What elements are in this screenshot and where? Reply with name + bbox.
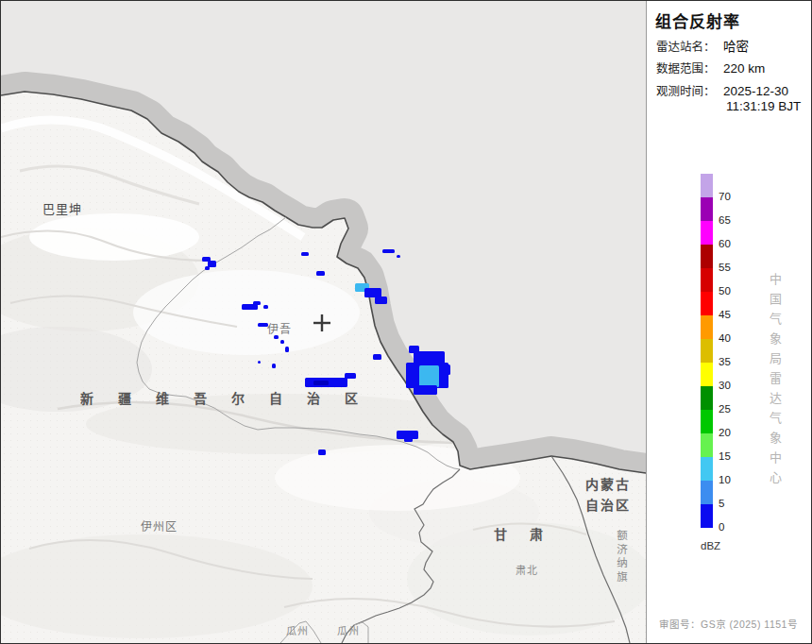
legend-tick: 65 — [719, 214, 747, 226]
echo-blob — [285, 347, 289, 352]
legend-tick: 20 — [719, 427, 747, 438]
echo-blob — [397, 255, 400, 258]
echo-blob — [345, 373, 356, 379]
legend-tick: 35 — [719, 356, 747, 367]
legend-block — [701, 197, 713, 221]
echo-blob — [313, 381, 329, 385]
legend-tick: 15 — [719, 450, 747, 462]
map-label: 伊州区 — [141, 521, 178, 534]
legend-tick: 45 — [719, 309, 747, 320]
legend-block — [701, 315, 713, 339]
map-label: 内蒙古 — [585, 478, 631, 492]
map-label: 自治区 — [585, 499, 631, 513]
map-area: 巴里坤伊吾新疆维吾尔自治区伊州区甘肃肃北内蒙古自治区额济纳旗瓜州瓜州 — [1, 1, 646, 643]
echo-blob — [382, 249, 395, 253]
echo-blob — [419, 365, 439, 387]
legend-tick: 25 — [719, 403, 747, 415]
legend-block — [701, 363, 713, 386]
radar-display-window: 巴里坤伊吾新疆维吾尔自治区伊州区甘肃肃北内蒙古自治区额济纳旗瓜州瓜州 组合反射率… — [0, 0, 812, 644]
info-panel: 组合反射率 雷达站名：哈密 数据范围：220 km 观测时间：2025-12-3… — [646, 1, 812, 643]
legend: 7065605550454035302520151050 dBZ — [647, 1, 812, 643]
map-label: 甘肃 — [494, 528, 566, 542]
legend-block — [701, 245, 713, 268]
echo-blob — [258, 361, 261, 364]
legend-block — [701, 339, 713, 363]
legend-block — [701, 292, 713, 315]
legend-block — [701, 268, 713, 292]
watermark: 中国气象局雷达气象中心 — [766, 273, 784, 491]
echo-blob — [205, 266, 210, 270]
basemap — [1, 1, 646, 643]
legend-tick: 30 — [719, 380, 747, 391]
approval-number: 审图号：GS京 (2025) 1151号 — [659, 617, 798, 631]
echo-blob — [414, 385, 437, 395]
map-label: 瓜州 — [337, 626, 360, 637]
echo-blob — [301, 252, 309, 256]
legend-unit: dBZ — [701, 540, 720, 551]
legend-tick: 40 — [719, 332, 747, 344]
map-label: 额济纳旗 — [616, 530, 627, 585]
echo-blob — [373, 354, 381, 360]
map-label: 新疆维吾尔自治区 — [80, 392, 382, 406]
map-label: 巴里坤 — [42, 203, 82, 216]
legend-block — [701, 386, 713, 410]
legend-block — [701, 174, 713, 197]
echo-blob — [318, 449, 326, 455]
map-label: 瓜州 — [286, 626, 309, 637]
echo-blob — [375, 297, 387, 304]
legend-block — [701, 457, 713, 481]
legend-block — [701, 410, 713, 433]
legend-block — [701, 481, 713, 504]
legend-tick: 10 — [719, 474, 747, 485]
legend-block — [701, 433, 713, 457]
legend-tick: 70 — [719, 191, 747, 202]
legend-tick: 60 — [719, 238, 747, 249]
echo-blob — [272, 364, 276, 368]
echo-blob — [404, 437, 413, 442]
echo-blob — [316, 271, 325, 276]
legend-tick: 55 — [719, 262, 747, 273]
echo-blob — [253, 301, 261, 305]
legend-block — [701, 504, 713, 528]
legend-tick: 5 — [719, 498, 747, 509]
legend-tick: 50 — [719, 285, 747, 297]
map-label: 伊吾 — [267, 324, 292, 336]
legend-tick: 0 — [719, 521, 747, 533]
echo-blob — [280, 340, 284, 344]
echo-blob — [263, 305, 268, 309]
legend-block — [701, 221, 713, 245]
map-label: 肃北 — [516, 566, 538, 577]
